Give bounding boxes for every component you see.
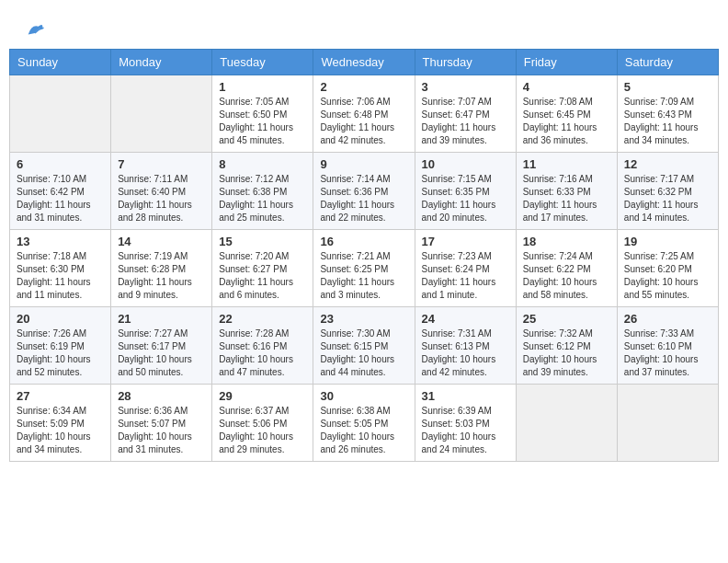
day-header-thursday: Thursday: [415, 49, 516, 75]
day-info: Sunrise: 7:30 AM Sunset: 6:15 PM Dayligh…: [320, 327, 407, 379]
day-number: 27: [17, 389, 104, 403]
day-header-friday: Friday: [516, 49, 617, 75]
day-number: 4: [523, 80, 610, 94]
day-info: Sunrise: 7:08 AM Sunset: 6:45 PM Dayligh…: [523, 96, 610, 147]
day-header-monday: Monday: [111, 49, 212, 75]
day-number: 31: [422, 389, 509, 403]
day-info: Sunrise: 7:09 AM Sunset: 6:43 PM Dayligh…: [624, 96, 711, 147]
day-header-wednesday: Wednesday: [313, 49, 415, 75]
day-number: 19: [624, 235, 711, 248]
calendar-cell: 13Sunrise: 7:18 AM Sunset: 6:30 PM Dayli…: [10, 229, 111, 306]
calendar-cell: 2Sunrise: 7:06 AM Sunset: 6:48 PM Daylig…: [313, 75, 415, 152]
day-info: Sunrise: 7:21 AM Sunset: 6:25 PM Dayligh…: [320, 250, 407, 302]
day-info: Sunrise: 7:26 AM Sunset: 6:19 PM Dayligh…: [17, 327, 104, 379]
calendar-cell: 4Sunrise: 7:08 AM Sunset: 6:45 PM Daylig…: [516, 75, 617, 152]
day-number: 17: [422, 235, 509, 248]
day-number: 2: [320, 80, 407, 94]
calendar-cell: 20Sunrise: 7:26 AM Sunset: 6:19 PM Dayli…: [10, 306, 111, 384]
calendar-cell: 30Sunrise: 6:38 AM Sunset: 5:05 PM Dayli…: [313, 384, 415, 461]
day-info: Sunrise: 7:25 AM Sunset: 6:20 PM Dayligh…: [624, 250, 711, 302]
logo-bird-icon: [25, 19, 45, 40]
day-number: 21: [118, 312, 205, 326]
day-number: 14: [118, 235, 205, 248]
day-number: 13: [17, 235, 104, 248]
day-info: Sunrise: 7:20 AM Sunset: 6:27 PM Dayligh…: [219, 250, 306, 302]
calendar-cell: 11Sunrise: 7:16 AM Sunset: 6:33 PM Dayli…: [516, 152, 617, 229]
day-info: Sunrise: 7:28 AM Sunset: 6:16 PM Dayligh…: [219, 327, 306, 379]
calendar-cell: [617, 384, 718, 461]
day-info: Sunrise: 7:27 AM Sunset: 6:17 PM Dayligh…: [118, 327, 205, 379]
day-header-tuesday: Tuesday: [212, 49, 313, 75]
day-info: Sunrise: 6:39 AM Sunset: 5:03 PM Dayligh…: [422, 405, 509, 456]
day-number: 26: [624, 312, 711, 326]
calendar-cell: 18Sunrise: 7:24 AM Sunset: 6:22 PM Dayli…: [516, 229, 617, 306]
calendar-cell: 9Sunrise: 7:14 AM Sunset: 6:36 PM Daylig…: [313, 152, 415, 229]
calendar-cell: 22Sunrise: 7:28 AM Sunset: 6:16 PM Dayli…: [212, 306, 313, 384]
page-header: [9, 9, 719, 44]
day-number: 22: [219, 312, 306, 326]
day-number: 16: [320, 235, 407, 248]
day-number: 10: [422, 157, 509, 171]
day-number: 29: [219, 389, 306, 403]
day-number: 25: [523, 312, 610, 326]
day-info: Sunrise: 6:34 AM Sunset: 5:09 PM Dayligh…: [17, 405, 104, 456]
calendar-cell: 31Sunrise: 6:39 AM Sunset: 5:03 PM Dayli…: [415, 384, 516, 461]
calendar-cell: 3Sunrise: 7:07 AM Sunset: 6:47 PM Daylig…: [415, 75, 516, 152]
calendar-cell: [516, 384, 617, 461]
day-header-saturday: Saturday: [617, 49, 718, 75]
calendar-cell: [10, 75, 111, 152]
calendar-table: SundayMondayTuesdayWednesdayThursdayFrid…: [9, 49, 719, 462]
calendar-cell: 7Sunrise: 7:11 AM Sunset: 6:40 PM Daylig…: [111, 152, 212, 229]
day-info: Sunrise: 7:19 AM Sunset: 6:28 PM Dayligh…: [118, 250, 205, 302]
calendar-cell: 12Sunrise: 7:17 AM Sunset: 6:32 PM Dayli…: [617, 152, 718, 229]
day-info: Sunrise: 7:15 AM Sunset: 6:35 PM Dayligh…: [422, 173, 509, 224]
day-number: 15: [219, 235, 306, 248]
day-info: Sunrise: 7:32 AM Sunset: 6:12 PM Dayligh…: [523, 327, 610, 379]
day-number: 23: [320, 312, 407, 326]
day-info: Sunrise: 7:05 AM Sunset: 6:50 PM Dayligh…: [219, 96, 306, 147]
day-number: 12: [624, 157, 711, 171]
day-info: Sunrise: 7:12 AM Sunset: 6:38 PM Dayligh…: [219, 173, 306, 224]
calendar-cell: 23Sunrise: 7:30 AM Sunset: 6:15 PM Dayli…: [313, 306, 415, 384]
day-number: 3: [422, 80, 509, 94]
day-number: 1: [219, 80, 306, 94]
day-info: Sunrise: 7:17 AM Sunset: 6:32 PM Dayligh…: [624, 173, 711, 224]
day-number: 7: [118, 157, 205, 171]
day-info: Sunrise: 6:38 AM Sunset: 5:05 PM Dayligh…: [320, 405, 407, 456]
calendar-cell: 8Sunrise: 7:12 AM Sunset: 6:38 PM Daylig…: [212, 152, 313, 229]
calendar-cell: 21Sunrise: 7:27 AM Sunset: 6:17 PM Dayli…: [111, 306, 212, 384]
logo: [23, 18, 45, 40]
day-info: Sunrise: 6:37 AM Sunset: 5:06 PM Dayligh…: [219, 405, 306, 456]
day-number: 5: [624, 80, 711, 94]
day-number: 18: [523, 235, 610, 248]
calendar-cell: 26Sunrise: 7:33 AM Sunset: 6:10 PM Dayli…: [617, 306, 718, 384]
day-info: Sunrise: 7:11 AM Sunset: 6:40 PM Dayligh…: [118, 173, 205, 224]
day-number: 8: [219, 157, 306, 171]
calendar-cell: 27Sunrise: 6:34 AM Sunset: 5:09 PM Dayli…: [10, 384, 111, 461]
calendar-cell: 15Sunrise: 7:20 AM Sunset: 6:27 PM Dayli…: [212, 229, 313, 306]
calendar-cell: 16Sunrise: 7:21 AM Sunset: 6:25 PM Dayli…: [313, 229, 415, 306]
calendar-cell: 24Sunrise: 7:31 AM Sunset: 6:13 PM Dayli…: [415, 306, 516, 384]
calendar-cell: 17Sunrise: 7:23 AM Sunset: 6:24 PM Dayli…: [415, 229, 516, 306]
day-info: Sunrise: 6:36 AM Sunset: 5:07 PM Dayligh…: [118, 405, 205, 456]
calendar-cell: 1Sunrise: 7:05 AM Sunset: 6:50 PM Daylig…: [212, 75, 313, 152]
day-info: Sunrise: 7:07 AM Sunset: 6:47 PM Dayligh…: [422, 96, 509, 147]
day-info: Sunrise: 7:10 AM Sunset: 6:42 PM Dayligh…: [17, 173, 104, 224]
calendar-cell: [111, 75, 212, 152]
calendar-cell: 6Sunrise: 7:10 AM Sunset: 6:42 PM Daylig…: [10, 152, 111, 229]
day-number: 28: [118, 389, 205, 403]
day-number: 30: [320, 389, 407, 403]
day-info: Sunrise: 7:14 AM Sunset: 6:36 PM Dayligh…: [320, 173, 407, 224]
day-info: Sunrise: 7:31 AM Sunset: 6:13 PM Dayligh…: [422, 327, 509, 379]
logo-block: [23, 18, 45, 40]
day-info: Sunrise: 7:18 AM Sunset: 6:30 PM Dayligh…: [17, 250, 104, 302]
day-info: Sunrise: 7:16 AM Sunset: 6:33 PM Dayligh…: [523, 173, 610, 224]
day-header-sunday: Sunday: [10, 49, 111, 75]
day-number: 20: [17, 312, 104, 326]
calendar-cell: 14Sunrise: 7:19 AM Sunset: 6:28 PM Dayli…: [111, 229, 212, 306]
day-number: 11: [523, 157, 610, 171]
calendar-cell: 19Sunrise: 7:25 AM Sunset: 6:20 PM Dayli…: [617, 229, 718, 306]
day-info: Sunrise: 7:33 AM Sunset: 6:10 PM Dayligh…: [624, 327, 711, 379]
day-info: Sunrise: 7:23 AM Sunset: 6:24 PM Dayligh…: [422, 250, 509, 302]
day-info: Sunrise: 7:06 AM Sunset: 6:48 PM Dayligh…: [320, 96, 407, 147]
